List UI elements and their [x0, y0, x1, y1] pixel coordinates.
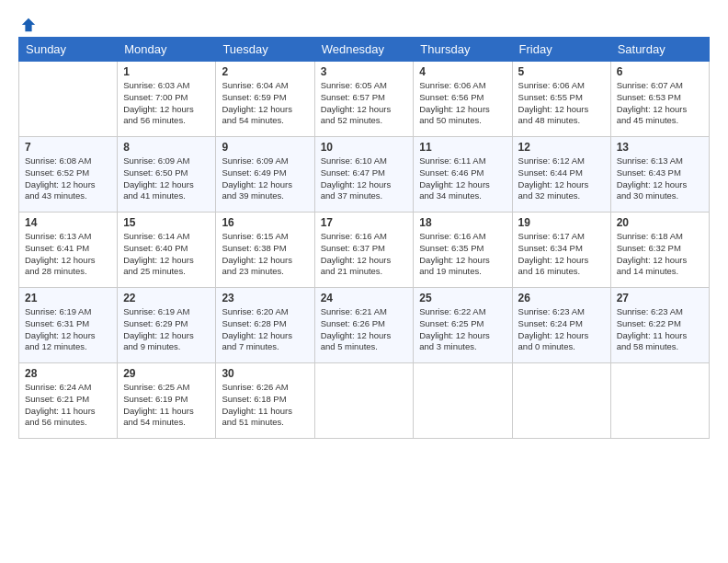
day-number: 24	[321, 292, 408, 304]
day-number: 20	[617, 216, 703, 229]
day-number: 9	[222, 141, 308, 154]
day-number: 4	[419, 65, 506, 78]
calendar-cell: 13Sunrise: 6:13 AM Sunset: 6:43 PM Dayli…	[610, 137, 709, 213]
calendar-table: SundayMondayTuesdayWednesdayThursdayFrid…	[18, 37, 710, 439]
calendar-cell: 16Sunrise: 6:15 AM Sunset: 6:38 PM Dayli…	[216, 213, 314, 288]
day-number: 21	[25, 292, 111, 304]
calendar-cell: 8Sunrise: 6:09 AM Sunset: 6:50 PM Daylig…	[118, 137, 216, 213]
day-info: Sunrise: 6:09 AM Sunset: 6:49 PM Dayligh…	[222, 155, 308, 202]
day-number: 11	[419, 141, 506, 154]
logo-icon	[20, 17, 37, 33]
day-info: Sunrise: 6:15 AM Sunset: 6:38 PM Dayligh…	[222, 231, 308, 278]
day-number: 19	[518, 216, 605, 229]
day-info: Sunrise: 6:23 AM Sunset: 6:24 PM Dayligh…	[518, 306, 605, 353]
weekday-header-sunday: Sunday	[19, 38, 118, 62]
calendar-cell: 15Sunrise: 6:14 AM Sunset: 6:40 PM Dayli…	[118, 213, 216, 288]
calendar-cell	[512, 363, 610, 439]
weekday-header-thursday: Thursday	[414, 38, 512, 62]
calendar-cell: 22Sunrise: 6:19 AM Sunset: 6:29 PM Dayli…	[118, 288, 216, 363]
day-info: Sunrise: 6:09 AM Sunset: 6:50 PM Dayligh…	[123, 155, 210, 202]
calendar-week-row: 14Sunrise: 6:13 AM Sunset: 6:41 PM Dayli…	[19, 213, 710, 288]
day-info: Sunrise: 6:04 AM Sunset: 6:59 PM Dayligh…	[222, 80, 308, 127]
logo	[18, 17, 37, 29]
day-number: 28	[25, 367, 111, 380]
day-number: 14	[25, 216, 111, 229]
weekday-header-friday: Friday	[512, 38, 610, 62]
day-info: Sunrise: 6:22 AM Sunset: 6:25 PM Dayligh…	[419, 306, 506, 353]
day-info: Sunrise: 6:10 AM Sunset: 6:47 PM Dayligh…	[321, 155, 408, 202]
day-info: Sunrise: 6:05 AM Sunset: 6:57 PM Dayligh…	[321, 80, 408, 127]
calendar-cell: 11Sunrise: 6:11 AM Sunset: 6:46 PM Dayli…	[414, 137, 512, 213]
day-number: 5	[518, 65, 605, 78]
day-number: 23	[222, 292, 308, 304]
day-info: Sunrise: 6:26 AM Sunset: 6:18 PM Dayligh…	[222, 382, 308, 429]
day-info: Sunrise: 6:25 AM Sunset: 6:19 PM Dayligh…	[123, 382, 210, 429]
calendar-cell: 6Sunrise: 6:07 AM Sunset: 6:53 PM Daylig…	[610, 62, 709, 137]
day-info: Sunrise: 6:07 AM Sunset: 6:53 PM Dayligh…	[617, 80, 703, 127]
calendar-week-row: 28Sunrise: 6:24 AM Sunset: 6:21 PM Dayli…	[19, 363, 710, 439]
day-info: Sunrise: 6:16 AM Sunset: 6:35 PM Dayligh…	[419, 231, 506, 278]
day-number: 10	[321, 141, 408, 154]
calendar-cell: 19Sunrise: 6:17 AM Sunset: 6:34 PM Dayli…	[512, 213, 610, 288]
weekday-header-saturday: Saturday	[610, 38, 709, 62]
day-info: Sunrise: 6:08 AM Sunset: 6:52 PM Dayligh…	[25, 155, 111, 202]
calendar-cell: 1Sunrise: 6:03 AM Sunset: 7:00 PM Daylig…	[118, 62, 216, 137]
day-number: 17	[321, 216, 408, 229]
page: SundayMondayTuesdayWednesdayThursdayFrid…	[0, 0, 728, 563]
day-number: 15	[123, 216, 210, 229]
day-info: Sunrise: 6:06 AM Sunset: 6:55 PM Dayligh…	[518, 80, 605, 127]
calendar-cell: 3Sunrise: 6:05 AM Sunset: 6:57 PM Daylig…	[314, 62, 414, 137]
day-info: Sunrise: 6:24 AM Sunset: 6:21 PM Dayligh…	[25, 382, 111, 429]
day-info: Sunrise: 6:17 AM Sunset: 6:34 PM Dayligh…	[518, 231, 605, 278]
calendar-cell: 20Sunrise: 6:18 AM Sunset: 6:32 PM Dayli…	[610, 213, 709, 288]
day-info: Sunrise: 6:13 AM Sunset: 6:41 PM Dayligh…	[25, 231, 111, 278]
day-info: Sunrise: 6:14 AM Sunset: 6:40 PM Dayligh…	[123, 231, 210, 278]
calendar-cell	[19, 62, 118, 137]
calendar-cell: 21Sunrise: 6:19 AM Sunset: 6:31 PM Dayli…	[19, 288, 118, 363]
calendar-week-row: 21Sunrise: 6:19 AM Sunset: 6:31 PM Dayli…	[19, 288, 710, 363]
calendar-cell	[610, 363, 709, 439]
day-number: 2	[222, 65, 308, 78]
calendar-cell: 28Sunrise: 6:24 AM Sunset: 6:21 PM Dayli…	[19, 363, 118, 439]
calendar-cell: 10Sunrise: 6:10 AM Sunset: 6:47 PM Dayli…	[314, 137, 414, 213]
day-info: Sunrise: 6:11 AM Sunset: 6:46 PM Dayligh…	[419, 155, 506, 202]
calendar-cell: 18Sunrise: 6:16 AM Sunset: 6:35 PM Dayli…	[414, 213, 512, 288]
day-info: Sunrise: 6:16 AM Sunset: 6:37 PM Dayligh…	[321, 231, 408, 278]
weekday-header-tuesday: Tuesday	[216, 38, 314, 62]
day-number: 18	[419, 216, 506, 229]
day-info: Sunrise: 6:19 AM Sunset: 6:29 PM Dayligh…	[123, 306, 210, 353]
day-info: Sunrise: 6:19 AM Sunset: 6:31 PM Dayligh…	[25, 306, 111, 353]
day-number: 13	[617, 141, 703, 154]
calendar-cell: 7Sunrise: 6:08 AM Sunset: 6:52 PM Daylig…	[19, 137, 118, 213]
day-info: Sunrise: 6:03 AM Sunset: 7:00 PM Dayligh…	[123, 80, 210, 127]
weekday-header-wednesday: Wednesday	[314, 38, 414, 62]
day-number: 25	[419, 292, 506, 304]
calendar-cell: 27Sunrise: 6:23 AM Sunset: 6:22 PM Dayli…	[610, 288, 709, 363]
calendar-week-row: 1Sunrise: 6:03 AM Sunset: 7:00 PM Daylig…	[19, 62, 710, 137]
calendar-cell: 29Sunrise: 6:25 AM Sunset: 6:19 PM Dayli…	[118, 363, 216, 439]
day-number: 22	[123, 292, 210, 304]
calendar-cell: 25Sunrise: 6:22 AM Sunset: 6:25 PM Dayli…	[414, 288, 512, 363]
day-info: Sunrise: 6:21 AM Sunset: 6:26 PM Dayligh…	[321, 306, 408, 353]
calendar-cell: 12Sunrise: 6:12 AM Sunset: 6:44 PM Dayli…	[512, 137, 610, 213]
calendar-cell: 23Sunrise: 6:20 AM Sunset: 6:28 PM Dayli…	[216, 288, 314, 363]
calendar-cell	[314, 363, 414, 439]
day-number: 26	[518, 292, 605, 304]
day-number: 1	[123, 65, 210, 78]
calendar-cell: 24Sunrise: 6:21 AM Sunset: 6:26 PM Dayli…	[314, 288, 414, 363]
calendar-cell	[414, 363, 512, 439]
calendar-cell: 14Sunrise: 6:13 AM Sunset: 6:41 PM Dayli…	[19, 213, 118, 288]
calendar-cell: 5Sunrise: 6:06 AM Sunset: 6:55 PM Daylig…	[512, 62, 610, 137]
calendar-cell: 2Sunrise: 6:04 AM Sunset: 6:59 PM Daylig…	[216, 62, 314, 137]
calendar-cell: 9Sunrise: 6:09 AM Sunset: 6:49 PM Daylig…	[216, 137, 314, 213]
svg-marker-0	[22, 18, 35, 31]
day-info: Sunrise: 6:23 AM Sunset: 6:22 PM Dayligh…	[617, 306, 703, 353]
day-info: Sunrise: 6:18 AM Sunset: 6:32 PM Dayligh…	[617, 231, 703, 278]
calendar-week-row: 7Sunrise: 6:08 AM Sunset: 6:52 PM Daylig…	[19, 137, 710, 213]
day-number: 29	[123, 367, 210, 380]
calendar-cell: 30Sunrise: 6:26 AM Sunset: 6:18 PM Dayli…	[216, 363, 314, 439]
day-info: Sunrise: 6:06 AM Sunset: 6:56 PM Dayligh…	[419, 80, 506, 127]
day-number: 27	[617, 292, 703, 304]
day-info: Sunrise: 6:20 AM Sunset: 6:28 PM Dayligh…	[222, 306, 308, 353]
day-number: 12	[518, 141, 605, 154]
